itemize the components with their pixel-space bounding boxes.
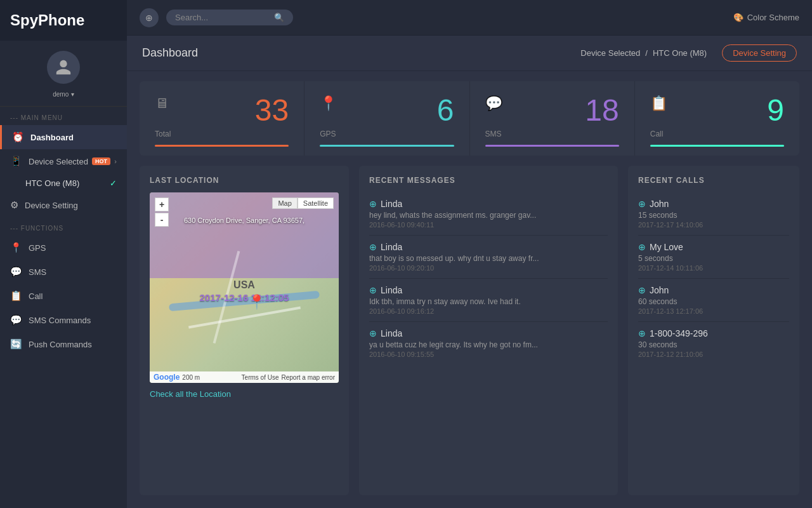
sidebar-label-gps: GPS — [29, 243, 46, 253]
breadcrumb-separator: / — [645, 48, 648, 58]
call-duration-2: 60 seconds — [638, 297, 789, 306]
map-tab-map[interactable]: Map — [272, 197, 297, 209]
message-item-3: ⊕ Linda ya u betta cuz he legit cray. It… — [369, 322, 608, 364]
call-duration-0: 15 seconds — [638, 211, 789, 220]
sidebar-label-dashboard: Dashboard — [30, 133, 74, 142]
calls-panel: RECENT CALLS ⊕ John 15 seconds 2017-12-1… — [628, 166, 799, 495]
sms-stat-icon: 💬 — [485, 95, 502, 112]
stat-call-value: 9 — [767, 95, 784, 126]
stat-call-label: Call — [650, 130, 784, 138]
sidebar-item-device-selected[interactable]: 📱 Device Selected HOT › — [0, 149, 127, 173]
breadcrumb-device: Device Selected — [580, 48, 640, 58]
back-button[interactable]: ⊕ — [140, 8, 159, 27]
main-content: ⊕ 🔍 🎨 Color Scheme Dashboard Device Sele… — [127, 0, 812, 508]
map-zoom-in[interactable]: + — [155, 197, 169, 211]
content-area: LAST LOCATION + - Map Satellite 630 Croy… — [127, 166, 812, 508]
stat-total-bar — [155, 145, 289, 147]
call-icon-2: ⊕ — [638, 285, 646, 295]
call-item-2: ⊕ John 60 seconds 2017-12-13 12:17:06 — [638, 279, 789, 322]
stat-gps-value: 6 — [437, 95, 454, 126]
stat-call-bar — [650, 145, 784, 147]
map-datetime: 2017-12-16 12:12:05 — [200, 292, 289, 303]
map-pin: 📍 — [248, 294, 265, 311]
check-icon: ✓ — [110, 178, 117, 188]
map-road-h — [188, 307, 301, 329]
sidebar-item-sms[interactable]: 💬 SMS — [0, 260, 127, 284]
call-name-1: ⊕ My Love — [638, 242, 789, 252]
stat-gps-bar — [320, 145, 454, 147]
avatar — [47, 51, 80, 84]
message-sender-0: ⊕ Linda — [369, 199, 608, 209]
device-selected-icon: 📱 — [10, 156, 22, 167]
sidebar-item-device-setting[interactable]: ⚙ Device Setting — [0, 193, 127, 217]
sidebar-item-gps[interactable]: 📍 GPS — [0, 236, 127, 260]
stat-total-value: 33 — [255, 95, 289, 126]
sidebar-label-sms: SMS — [29, 267, 46, 277]
stat-sms: 💬 18 SMS — [470, 81, 635, 156]
map-terms[interactable]: Terms of Use — [242, 374, 279, 381]
topbar-right: 🎨 Color Scheme — [733, 13, 799, 22]
username: demo — [53, 91, 69, 98]
monitor-icon: 🖥 — [155, 95, 169, 112]
call-item-1: ⊕ My Love 5 seconds 2017-12-14 10:11:06 — [638, 236, 789, 279]
call-stat-icon: 📋 — [650, 95, 667, 112]
map-type-buttons: Map Satellite — [272, 197, 334, 209]
msg-name-0: Linda — [381, 199, 402, 209]
msg-icon-0: ⊕ — [369, 199, 377, 209]
app-logo: SpyPhone — [0, 0, 127, 41]
call-time-0: 2017-12-17 14:10:06 — [638, 221, 789, 229]
map-scale: 200 m — [182, 374, 200, 381]
msg-time-2: 2016-06-10 09:16:12 — [369, 307, 608, 315]
call-duration-1: 5 seconds — [638, 254, 789, 263]
msg-text-1: that boy is so messed up. why dnt u stay… — [369, 254, 608, 263]
stat-sms-value: 18 — [585, 95, 619, 126]
msg-text-3: ya u betta cuz he legit cray. Its why he… — [369, 340, 608, 349]
call-duration-3: 30 seconds — [638, 340, 789, 349]
gps-stat-icon: 📍 — [320, 95, 337, 112]
google-text: Google — [154, 373, 180, 382]
sidebar-subitem-htc[interactable]: HTC One (M8) ✓ — [0, 173, 127, 193]
main-menu-label: --- MAIN MENU — [0, 107, 127, 125]
check-location-link[interactable]: Check all the Location — [150, 389, 339, 399]
calls-panel-title: RECENT CALLS — [638, 176, 789, 185]
message-item-0: ⊕ Linda hey lind, whats the assignment m… — [369, 192, 608, 236]
functions-label: --- FUNCTIONS — [0, 217, 127, 236]
search-input[interactable] — [175, 13, 270, 22]
call-label-0: John — [650, 199, 669, 209]
messages-panel-title: RECENT MESSAGES — [369, 176, 608, 185]
call-item-3: ⊕ 1-800-349-296 30 seconds 2017-12-12 21… — [638, 322, 789, 364]
sidebar-item-dashboard[interactable]: ⏰ Dashboard — [0, 125, 127, 149]
stat-call: 📋 9 Call — [635, 81, 799, 156]
call-time-1: 2017-12-14 10:11:06 — [638, 264, 789, 272]
sidebar-item-call[interactable]: 📋 Call — [0, 284, 127, 308]
search-box: 🔍 — [166, 10, 293, 25]
message-item-2: ⊕ Linda Idk tbh, imma try n stay away no… — [369, 279, 608, 322]
map-panel-title: LAST LOCATION — [150, 176, 339, 185]
map-country: USA — [233, 279, 255, 291]
gear-icon: ⚙ — [10, 199, 18, 211]
call-icon-3: ⊕ — [638, 328, 646, 338]
map-report[interactable]: Report a map error — [282, 374, 335, 381]
dashboard-icon: ⏰ — [12, 131, 24, 143]
msg-name-1: Linda — [381, 242, 402, 252]
stat-sms-bar — [485, 145, 619, 147]
msg-text-0: hey lind, whats the assignment ms. grang… — [369, 211, 608, 220]
sidebar-item-sms-commands[interactable]: 💬 SMS Commands — [0, 308, 127, 332]
message-item-1: ⊕ Linda that boy is so messed up. why dn… — [369, 236, 608, 279]
sidebar: SpyPhone demo ▾ --- MAIN MENU ⏰ Dashboar… — [0, 0, 127, 508]
sidebar-label-push-commands: Push Commands — [29, 340, 92, 349]
map-tab-satellite[interactable]: Satellite — [298, 197, 334, 209]
call-icon: 📋 — [10, 290, 22, 302]
call-time-2: 2017-12-13 12:17:06 — [638, 307, 789, 315]
color-scheme-button[interactable]: 🎨 Color Scheme — [733, 13, 799, 22]
page-title: Dashboard — [142, 46, 198, 60]
user-label: demo ▾ — [53, 89, 74, 98]
map-container: + - Map Satellite 630 Croydon Drive, San… — [150, 192, 339, 383]
device-setting-button[interactable]: Device Setting — [722, 44, 797, 62]
call-label-2: John — [650, 285, 669, 295]
search-icon: 🔍 — [274, 13, 284, 22]
avatar-section: demo ▾ — [0, 41, 127, 107]
sidebar-label-device-selected: Device Selected — [29, 157, 88, 166]
color-scheme-label: Color Scheme — [747, 13, 799, 22]
sidebar-item-push-commands[interactable]: 🔄 Push Commands — [0, 332, 127, 356]
